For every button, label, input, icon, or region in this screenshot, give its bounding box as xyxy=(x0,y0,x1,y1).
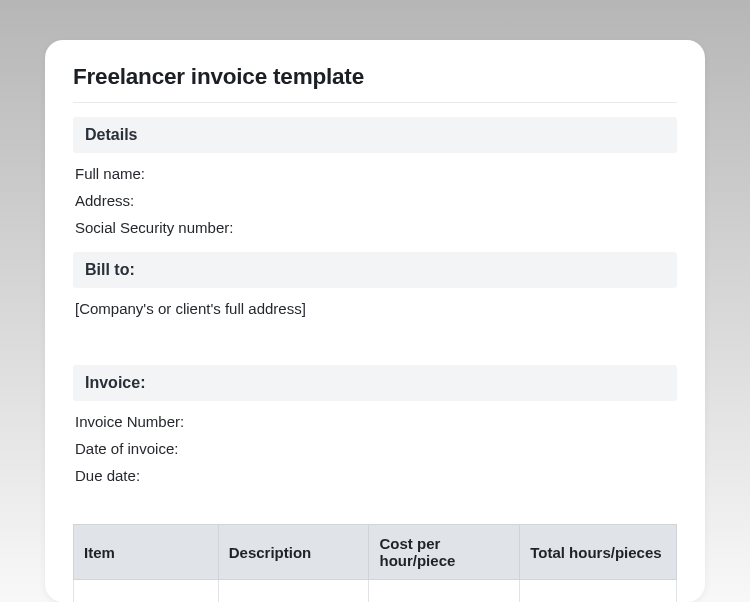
spacer xyxy=(73,500,677,524)
page-title: Freelancer invoice template xyxy=(73,64,677,90)
table-row xyxy=(74,580,677,603)
col-item: Item xyxy=(74,525,219,580)
page-backdrop: Freelancer invoice template Details Full… xyxy=(0,0,750,602)
spacer xyxy=(73,317,677,365)
document-sheet: Freelancer invoice template Details Full… xyxy=(45,40,705,602)
field-ssn: Social Security number: xyxy=(75,219,675,236)
field-invoice-date: Date of invoice: xyxy=(75,440,675,457)
invoice-fields: Invoice Number: Date of invoice: Due dat… xyxy=(73,413,677,500)
field-due-date: Due date: xyxy=(75,467,675,484)
field-invoice-number: Invoice Number: xyxy=(75,413,675,430)
items-header-row: Item Description Cost per hour/piece Tot… xyxy=(74,525,677,580)
cell-empty xyxy=(74,580,219,603)
bill-to-placeholder: [Company's or client's full address] xyxy=(73,300,677,317)
details-fields: Full name: Address: Social Security numb… xyxy=(73,165,677,252)
field-address: Address: xyxy=(75,192,675,209)
col-description: Description xyxy=(218,525,369,580)
section-header-details: Details xyxy=(73,117,677,153)
title-divider xyxy=(73,102,677,103)
items-table: Item Description Cost per hour/piece Tot… xyxy=(73,524,677,602)
cell-empty xyxy=(218,580,369,603)
col-cost: Cost per hour/piece xyxy=(369,525,520,580)
col-total: Total hours/pieces xyxy=(520,525,677,580)
cell-empty xyxy=(520,580,677,603)
field-full-name: Full name: xyxy=(75,165,675,182)
cell-empty xyxy=(369,580,520,603)
section-header-bill-to: Bill to: xyxy=(73,252,677,288)
section-header-invoice: Invoice: xyxy=(73,365,677,401)
